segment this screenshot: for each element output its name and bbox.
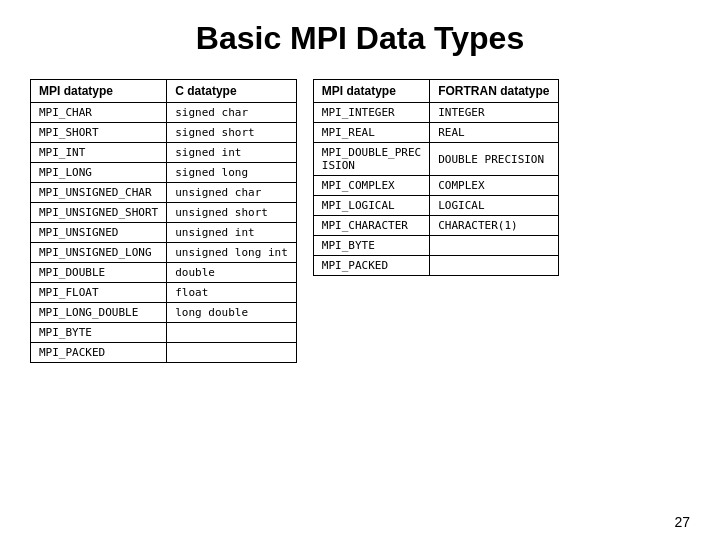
table-cell: unsigned int bbox=[167, 223, 297, 243]
table-cell: MPI_CHARACTER bbox=[313, 216, 429, 236]
table-cell: unsigned char bbox=[167, 183, 297, 203]
table-row: MPI_DOUBLEdouble bbox=[31, 263, 297, 283]
page-number: 27 bbox=[30, 508, 690, 530]
table-cell: MPI_CHAR bbox=[31, 103, 167, 123]
table1-header-col1: MPI datatype bbox=[31, 80, 167, 103]
table-cell: MPI_UNSIGNED_CHAR bbox=[31, 183, 167, 203]
c-datatype-table: MPI datatype C datatype MPI_CHARsigned c… bbox=[30, 79, 297, 363]
fortran-datatype-table: MPI datatype FORTRAN datatype MPI_INTEGE… bbox=[313, 79, 559, 276]
table-cell: MPI_DOUBLE_PREC ISION bbox=[313, 143, 429, 176]
table-row: MPI_PACKED bbox=[313, 256, 558, 276]
table-cell: unsigned short bbox=[167, 203, 297, 223]
table-row: MPI_COMPLEXCOMPLEX bbox=[313, 176, 558, 196]
table-row: MPI_FLOATfloat bbox=[31, 283, 297, 303]
table-cell: signed short bbox=[167, 123, 297, 143]
page: Basic MPI Data Types MPI datatype C data… bbox=[0, 0, 720, 540]
table-cell: double bbox=[167, 263, 297, 283]
table1-header-col2: C datatype bbox=[167, 80, 297, 103]
table-cell: INTEGER bbox=[430, 103, 558, 123]
table-cell: REAL bbox=[430, 123, 558, 143]
table-row: MPI_UNSIGNED_LONGunsigned long int bbox=[31, 243, 297, 263]
table-cell bbox=[167, 343, 297, 363]
table-row: MPI_UNSIGNED_CHARunsigned char bbox=[31, 183, 297, 203]
table-cell: MPI_INT bbox=[31, 143, 167, 163]
table-row: MPI_UNSIGNEDunsigned int bbox=[31, 223, 297, 243]
table-row: MPI_LONG_DOUBLElong double bbox=[31, 303, 297, 323]
table-row: MPI_UNSIGNED_SHORTunsigned short bbox=[31, 203, 297, 223]
table-cell: MPI_BYTE bbox=[313, 236, 429, 256]
table-row: MPI_CHARsigned char bbox=[31, 103, 297, 123]
table-cell: MPI_PACKED bbox=[313, 256, 429, 276]
table-row: MPI_SHORTsigned short bbox=[31, 123, 297, 143]
table-cell: unsigned long int bbox=[167, 243, 297, 263]
table-row: MPI_BYTE bbox=[313, 236, 558, 256]
table-cell bbox=[430, 256, 558, 276]
table-row: MPI_LONGsigned long bbox=[31, 163, 297, 183]
page-title: Basic MPI Data Types bbox=[30, 20, 690, 57]
table-cell: MPI_LOGICAL bbox=[313, 196, 429, 216]
table2-header-col2: FORTRAN datatype bbox=[430, 80, 558, 103]
table-cell: MPI_REAL bbox=[313, 123, 429, 143]
table-cell: COMPLEX bbox=[430, 176, 558, 196]
table-cell: MPI_UNSIGNED_LONG bbox=[31, 243, 167, 263]
table-row: MPI_INTsigned int bbox=[31, 143, 297, 163]
table-cell: MPI_BYTE bbox=[31, 323, 167, 343]
table-cell: signed long bbox=[167, 163, 297, 183]
table-cell: MPI_FLOAT bbox=[31, 283, 167, 303]
table-cell: MPI_UNSIGNED_SHORT bbox=[31, 203, 167, 223]
table-row: MPI_INTEGERINTEGER bbox=[313, 103, 558, 123]
table-cell bbox=[430, 236, 558, 256]
table-row: MPI_CHARACTERCHARACTER(1) bbox=[313, 216, 558, 236]
table-cell: signed int bbox=[167, 143, 297, 163]
table-cell: MPI_LONG_DOUBLE bbox=[31, 303, 167, 323]
table-row: MPI_BYTE bbox=[31, 323, 297, 343]
table-row: MPI_PACKED bbox=[31, 343, 297, 363]
tables-container: MPI datatype C datatype MPI_CHARsigned c… bbox=[30, 79, 690, 363]
table-row: MPI_REALREAL bbox=[313, 123, 558, 143]
table-row: MPI_LOGICALLOGICAL bbox=[313, 196, 558, 216]
table-cell: MPI_INTEGER bbox=[313, 103, 429, 123]
table-row: MPI_DOUBLE_PREC ISIONDOUBLE PRECISION bbox=[313, 143, 558, 176]
table-cell: MPI_PACKED bbox=[31, 343, 167, 363]
table-cell: float bbox=[167, 283, 297, 303]
table-cell: MPI_LONG bbox=[31, 163, 167, 183]
table-cell: MPI_DOUBLE bbox=[31, 263, 167, 283]
table-cell: LOGICAL bbox=[430, 196, 558, 216]
table-cell: CHARACTER(1) bbox=[430, 216, 558, 236]
table-cell: MPI_SHORT bbox=[31, 123, 167, 143]
table2-header-col1: MPI datatype bbox=[313, 80, 429, 103]
table-cell: DOUBLE PRECISION bbox=[430, 143, 558, 176]
table-cell: long double bbox=[167, 303, 297, 323]
table-cell: signed char bbox=[167, 103, 297, 123]
table-cell bbox=[167, 323, 297, 343]
table-cell: MPI_COMPLEX bbox=[313, 176, 429, 196]
table-cell: MPI_UNSIGNED bbox=[31, 223, 167, 243]
